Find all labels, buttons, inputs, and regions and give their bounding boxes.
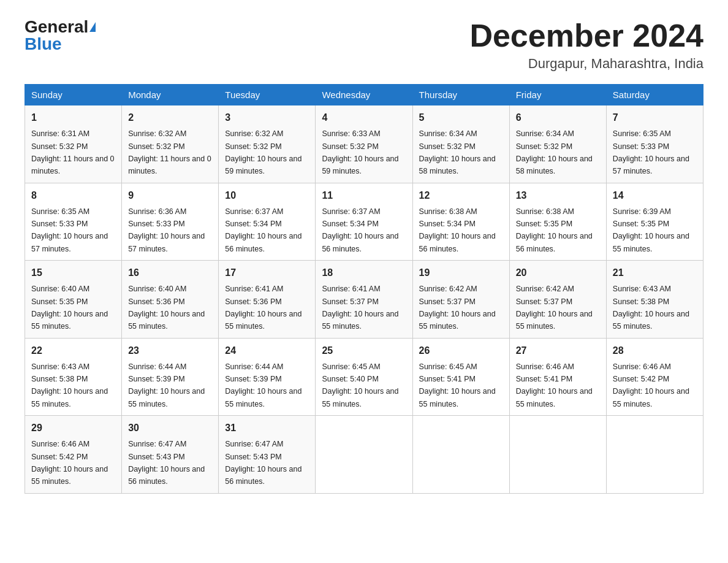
day-cell: 20 Sunrise: 6:42 AMSunset: 5:37 PMDaylig… — [509, 261, 606, 339]
col-header-tuesday: Tuesday — [219, 85, 316, 105]
logo-blue-text: Blue — [25, 36, 62, 53]
day-cell: 3 Sunrise: 6:32 AMSunset: 5:32 PMDayligh… — [219, 105, 316, 183]
day-info: Sunrise: 6:43 AMSunset: 5:38 PMDaylight:… — [613, 285, 689, 331]
calendar-subtitle: Durgapur, Maharashtra, India — [469, 56, 703, 72]
day-number: 21 — [613, 266, 697, 280]
day-number: 18 — [322, 266, 406, 280]
day-info: Sunrise: 6:45 AMSunset: 5:40 PMDaylight:… — [322, 362, 398, 408]
calendar-body: 1 Sunrise: 6:31 AMSunset: 5:32 PMDayligh… — [25, 105, 703, 494]
day-number: 12 — [419, 188, 503, 203]
logo: General Blue — [25, 18, 96, 53]
day-info: Sunrise: 6:40 AMSunset: 5:35 PMDaylight:… — [31, 285, 108, 331]
day-number: 9 — [128, 188, 212, 203]
day-number: 28 — [613, 343, 697, 358]
calendar-header: SundayMondayTuesdayWednesdayThursdayFrid… — [25, 85, 703, 105]
day-number: 24 — [225, 343, 309, 358]
calendar-table: SundayMondayTuesdayWednesdayThursdayFrid… — [25, 84, 703, 494]
day-info: Sunrise: 6:33 AMSunset: 5:32 PMDaylight:… — [322, 129, 398, 175]
day-cell: 9 Sunrise: 6:36 AMSunset: 5:33 PMDayligh… — [122, 183, 219, 261]
day-number: 16 — [128, 266, 212, 280]
col-header-wednesday: Wednesday — [316, 85, 412, 105]
day-info: Sunrise: 6:32 AMSunset: 5:32 PMDaylight:… — [128, 129, 211, 175]
day-cell: 19 Sunrise: 6:42 AMSunset: 5:37 PMDaylig… — [412, 261, 509, 339]
day-info: Sunrise: 6:41 AMSunset: 5:36 PMDaylight:… — [225, 285, 301, 331]
day-cell: 16 Sunrise: 6:40 AMSunset: 5:36 PMDaylig… — [122, 261, 219, 339]
day-cell: 10 Sunrise: 6:37 AMSunset: 5:34 PMDaylig… — [219, 183, 316, 261]
day-cell: 15 Sunrise: 6:40 AMSunset: 5:35 PMDaylig… — [25, 261, 122, 339]
logo-general-text: General — [25, 18, 88, 36]
day-number: 30 — [128, 421, 212, 435]
day-cell: 29 Sunrise: 6:46 AMSunset: 5:42 PMDaylig… — [25, 416, 122, 494]
day-cell: 6 Sunrise: 6:34 AMSunset: 5:32 PMDayligh… — [509, 105, 606, 183]
day-cell: 7 Sunrise: 6:35 AMSunset: 5:33 PMDayligh… — [606, 105, 703, 183]
day-info: Sunrise: 6:47 AMSunset: 5:43 PMDaylight:… — [225, 440, 301, 486]
day-number: 8 — [31, 188, 115, 203]
day-number: 14 — [613, 188, 697, 203]
day-number: 31 — [225, 421, 309, 435]
day-cell: 5 Sunrise: 6:34 AMSunset: 5:32 PMDayligh… — [412, 105, 509, 183]
col-header-sunday: Sunday — [25, 85, 122, 105]
day-info: Sunrise: 6:34 AMSunset: 5:32 PMDaylight:… — [516, 129, 593, 175]
day-info: Sunrise: 6:35 AMSunset: 5:33 PMDaylight:… — [613, 129, 689, 175]
day-number: 22 — [31, 343, 115, 358]
day-cell: 22 Sunrise: 6:43 AMSunset: 5:38 PMDaylig… — [25, 338, 122, 416]
day-info: Sunrise: 6:31 AMSunset: 5:32 PMDaylight:… — [31, 129, 115, 175]
day-number: 1 — [31, 110, 115, 125]
day-info: Sunrise: 6:46 AMSunset: 5:42 PMDaylight:… — [31, 440, 108, 486]
day-cell: 26 Sunrise: 6:45 AMSunset: 5:41 PMDaylig… — [412, 338, 509, 416]
day-number: 25 — [322, 343, 406, 358]
day-cell: 12 Sunrise: 6:38 AMSunset: 5:34 PMDaylig… — [412, 183, 509, 261]
day-info: Sunrise: 6:37 AMSunset: 5:34 PMDaylight:… — [225, 207, 301, 253]
header-row: SundayMondayTuesdayWednesdayThursdayFrid… — [25, 85, 703, 105]
day-cell — [606, 416, 703, 494]
day-cell: 4 Sunrise: 6:33 AMSunset: 5:32 PMDayligh… — [316, 105, 412, 183]
col-header-monday: Monday — [122, 85, 219, 105]
day-cell — [412, 416, 509, 494]
day-number: 4 — [322, 110, 406, 125]
week-row-2: 8 Sunrise: 6:35 AMSunset: 5:33 PMDayligh… — [25, 183, 703, 261]
day-info: Sunrise: 6:45 AMSunset: 5:41 PMDaylight:… — [419, 362, 496, 408]
calendar-title: December 2024 — [469, 18, 703, 53]
day-info: Sunrise: 6:42 AMSunset: 5:37 PMDaylight:… — [419, 285, 496, 331]
day-cell: 2 Sunrise: 6:32 AMSunset: 5:32 PMDayligh… — [122, 105, 219, 183]
day-info: Sunrise: 6:37 AMSunset: 5:34 PMDaylight:… — [322, 207, 398, 253]
day-number: 11 — [322, 188, 406, 203]
day-number: 26 — [419, 343, 503, 358]
day-number: 5 — [419, 110, 503, 125]
day-number: 2 — [128, 110, 212, 125]
logo-triangle-icon — [89, 22, 96, 32]
col-header-friday: Friday — [509, 85, 606, 105]
day-cell: 25 Sunrise: 6:45 AMSunset: 5:40 PMDaylig… — [316, 338, 412, 416]
day-info: Sunrise: 6:44 AMSunset: 5:39 PMDaylight:… — [225, 362, 301, 408]
day-number: 29 — [31, 421, 115, 435]
day-cell: 27 Sunrise: 6:46 AMSunset: 5:41 PMDaylig… — [509, 338, 606, 416]
day-cell: 17 Sunrise: 6:41 AMSunset: 5:36 PMDaylig… — [219, 261, 316, 339]
day-info: Sunrise: 6:36 AMSunset: 5:33 PMDaylight:… — [128, 207, 205, 253]
day-number: 27 — [516, 343, 600, 358]
day-cell: 28 Sunrise: 6:46 AMSunset: 5:42 PMDaylig… — [606, 338, 703, 416]
day-info: Sunrise: 6:44 AMSunset: 5:39 PMDaylight:… — [128, 362, 205, 408]
week-row-5: 29 Sunrise: 6:46 AMSunset: 5:42 PMDaylig… — [25, 416, 703, 494]
day-cell: 23 Sunrise: 6:44 AMSunset: 5:39 PMDaylig… — [122, 338, 219, 416]
day-cell: 31 Sunrise: 6:47 AMSunset: 5:43 PMDaylig… — [219, 416, 316, 494]
day-cell — [316, 416, 412, 494]
day-number: 6 — [516, 110, 600, 125]
day-cell: 13 Sunrise: 6:38 AMSunset: 5:35 PMDaylig… — [509, 183, 606, 261]
week-row-1: 1 Sunrise: 6:31 AMSunset: 5:32 PMDayligh… — [25, 105, 703, 183]
day-number: 19 — [419, 266, 503, 280]
day-info: Sunrise: 6:43 AMSunset: 5:38 PMDaylight:… — [31, 362, 108, 408]
day-number: 10 — [225, 188, 309, 203]
page-header: General Blue December 2024 Durgapur, Mah… — [25, 18, 703, 72]
day-cell: 30 Sunrise: 6:47 AMSunset: 5:43 PMDaylig… — [122, 416, 219, 494]
col-header-saturday: Saturday — [606, 85, 703, 105]
day-info: Sunrise: 6:47 AMSunset: 5:43 PMDaylight:… — [128, 440, 205, 486]
day-number: 3 — [225, 110, 309, 125]
day-number: 13 — [516, 188, 600, 203]
day-number: 7 — [613, 110, 697, 125]
day-number: 17 — [225, 266, 309, 280]
day-info: Sunrise: 6:41 AMSunset: 5:37 PMDaylight:… — [322, 285, 398, 331]
day-cell — [509, 416, 606, 494]
day-cell: 18 Sunrise: 6:41 AMSunset: 5:37 PMDaylig… — [316, 261, 412, 339]
day-info: Sunrise: 6:46 AMSunset: 5:41 PMDaylight:… — [516, 362, 593, 408]
day-info: Sunrise: 6:46 AMSunset: 5:42 PMDaylight:… — [613, 362, 689, 408]
